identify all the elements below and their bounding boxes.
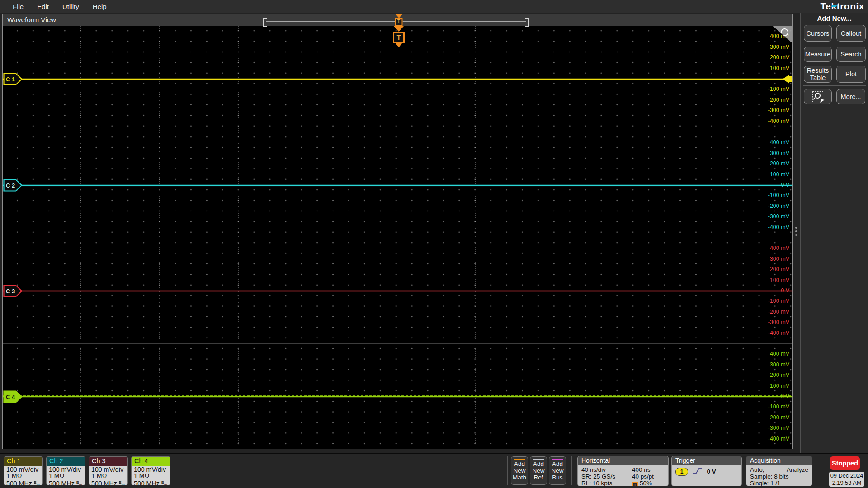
sidebar-button-plot[interactable]: Plot <box>836 66 866 83</box>
scale-label-ch2: -300 mV <box>758 213 789 220</box>
impedance: 1 MΩ <box>134 473 168 479</box>
add-new-bus-button[interactable]: AddNewBus <box>549 456 566 485</box>
scale-label-ch1: 300 mV <box>758 44 789 51</box>
waveform-title-bar: Waveform View T <box>3 14 792 26</box>
menu-item-file[interactable]: File <box>8 1 28 12</box>
channel-badge-name: Ch 4 <box>132 457 170 466</box>
scale-label-ch3: 100 mV <box>758 277 789 284</box>
waveform-trace-ch4 <box>3 396 792 397</box>
channel-badge-name: Ch 1 <box>4 457 42 466</box>
horizontal-row: SR: 25 GS/s40 ps/pt <box>581 473 665 480</box>
trigger-t-icon: T <box>395 18 403 26</box>
separator <box>571 456 572 485</box>
trigger-notch-icon <box>396 43 402 47</box>
trigger-source-badge: 1 <box>675 468 688 476</box>
horizontal-panel[interactable]: Horizontal 40 ns/div400 nsSR: 25 GS/s40 … <box>577 456 669 486</box>
scale-label-ch3: 400 mV <box>758 245 789 252</box>
menu-item-utility[interactable]: Utility <box>58 1 84 12</box>
waveform-view-title: Waveform View <box>7 16 56 24</box>
channel-flag-ch3[interactable]: C 3 <box>3 285 23 299</box>
channel-badge-settings: 100 mV/div1 MΩ500 MHz Bw <box>4 466 42 485</box>
trace-noise-ch2 <box>3 184 792 184</box>
channel-slice-ch2[interactable]: 400 mV300 mV200 mV100 mV0 V-100 mV-200 m… <box>3 132 792 238</box>
scale-label-ch2: -400 mV <box>758 224 789 231</box>
trigger-position-icon: T <box>632 482 638 486</box>
scale-label-ch4: 400 mV <box>758 351 789 357</box>
magnifier-icon <box>815 93 821 99</box>
channel-slice-ch4[interactable]: 400 mV300 mV200 mV100 mV0 V-100 mV-200 m… <box>3 343 792 449</box>
sidebar-button-callout[interactable]: Callout <box>836 25 866 42</box>
horizontal-value: 400 ns <box>632 466 651 473</box>
scale-label-ch2: 300 mV <box>758 150 789 157</box>
horizontal-panel-title: Horizontal <box>578 456 668 465</box>
svg-text:C 1: C 1 <box>6 76 15 83</box>
svg-text:C 4: C 4 <box>6 394 15 400</box>
trigger-level-arrow[interactable] <box>783 75 792 84</box>
plot-area[interactable]: 400 mV300 mV200 mV100 mV-100 mV-200 mV-3… <box>3 26 792 449</box>
channel-badge-ch1[interactable]: Ch 1100 mV/div1 MΩ500 MHz Bw <box>4 456 43 485</box>
zoom-select-button[interactable] <box>804 89 832 104</box>
channel-badge-settings: 100 mV/div1 MΩ500 MHz Bw <box>132 466 170 485</box>
horizontal-value: SR: 25 GS/s <box>581 473 632 480</box>
scale-label-ch3: -200 mV <box>758 309 789 315</box>
run-stop-button[interactable]: Stopped <box>830 456 860 470</box>
horizontal-row: 40 ns/div400 ns <box>581 466 665 473</box>
scale-label-ch4: -100 mV <box>758 404 789 410</box>
sidebar-button-cursors[interactable]: Cursors <box>804 25 832 42</box>
vertical-scale: 100 mV/div <box>134 466 168 473</box>
scale-label-ch4: 300 mV <box>758 361 789 368</box>
waveform-panel: Waveform View T 400 mV300 mV200 mV100 mV… <box>2 14 793 449</box>
acquisition-panel[interactable]: Acquisition Auto, Analyze Sample: 8 bits… <box>746 456 812 486</box>
overview-bracket-left[interactable] <box>263 18 267 27</box>
add-new-math-button[interactable]: AddNewMath <box>511 456 528 485</box>
channel-flag-ch4[interactable]: C 4 <box>3 390 23 405</box>
bandwidth: 500 MHz Bw <box>91 479 125 485</box>
impedance: 1 MΩ <box>49 473 83 479</box>
svg-text:C 2: C 2 <box>6 182 15 189</box>
accent-line <box>533 459 544 460</box>
date-value: 09 Dec 2024 <box>829 472 864 479</box>
tektronix-logo: Tektronix <box>821 1 864 12</box>
sidebar-button-measure[interactable]: Measure <box>804 47 832 62</box>
channel-slice-ch3[interactable]: 400 mV300 mV200 mV100 mV0 V-100 mV-200 m… <box>3 238 792 343</box>
scale-label-ch1: -200 mV <box>758 97 789 103</box>
scale-label-ch1: -400 mV <box>758 118 789 125</box>
scale-label-ch3: -400 mV <box>758 330 789 337</box>
trigger-level-value: 0 V <box>707 468 716 475</box>
overview-bracket-right[interactable] <box>525 18 529 27</box>
trace-noise-ch3 <box>3 290 792 290</box>
menu-item-help[interactable]: Help <box>88 1 111 12</box>
logo-k-accent: k <box>831 1 836 12</box>
scale-label-ch4: -300 mV <box>758 425 789 432</box>
channel-flag-ch2[interactable]: C 2 <box>3 179 23 193</box>
scale-label-ch4: 200 mV <box>758 372 789 379</box>
scale-label-ch4: -400 mV <box>758 436 789 442</box>
overview-trigger-marker[interactable]: T <box>395 14 403 26</box>
bandwidth: 500 MHz Bw <box>49 479 83 485</box>
sidebar-button-search[interactable]: Search <box>836 47 866 62</box>
channel-badge-name: Ch 2 <box>47 457 85 466</box>
add-new-ref-button[interactable]: AddNewRef <box>530 456 547 485</box>
horizontal-value: 40 ps/pt <box>632 473 654 480</box>
vertical-scale: 100 mV/div <box>91 466 125 473</box>
acquisition-mode: Auto, <box>750 466 764 473</box>
vertical-scale: 100 mV/div <box>6 466 40 473</box>
horizontal-row: RL: 10 kptsT50% <box>581 480 665 486</box>
channel-badge-ch4[interactable]: Ch 4100 mV/div1 MΩ500 MHz Bw <box>131 456 170 485</box>
time-value: 2:19:53 AM <box>829 479 864 487</box>
trigger-panel[interactable]: Trigger 1 0 V <box>671 456 742 486</box>
waveform-trace-ch3 <box>3 291 792 291</box>
more-button[interactable]: More... <box>836 89 865 104</box>
panel-drag-handle[interactable] <box>795 225 797 238</box>
sidebar-button-results-table[interactable]: ResultsTable <box>804 66 832 83</box>
vertical-scale: 100 mV/div <box>49 466 83 473</box>
scale-label-ch2: -200 mV <box>758 203 789 210</box>
channel-badge-ch3[interactable]: Ch 3100 mV/div1 MΩ500 MHz Bw <box>89 456 128 485</box>
channel-badge-ch2[interactable]: Ch 2100 mV/div1 MΩ500 MHz Bw <box>46 456 85 485</box>
menu-item-edit[interactable]: Edit <box>33 1 53 12</box>
trigger-flag[interactable]: T <box>393 26 405 47</box>
trigger-triangle-icon <box>394 26 404 32</box>
channel-flag-ch1[interactable]: C 1 <box>3 73 23 87</box>
zoom-select-icon <box>812 91 823 102</box>
horizontal-value: T50% <box>632 480 652 486</box>
